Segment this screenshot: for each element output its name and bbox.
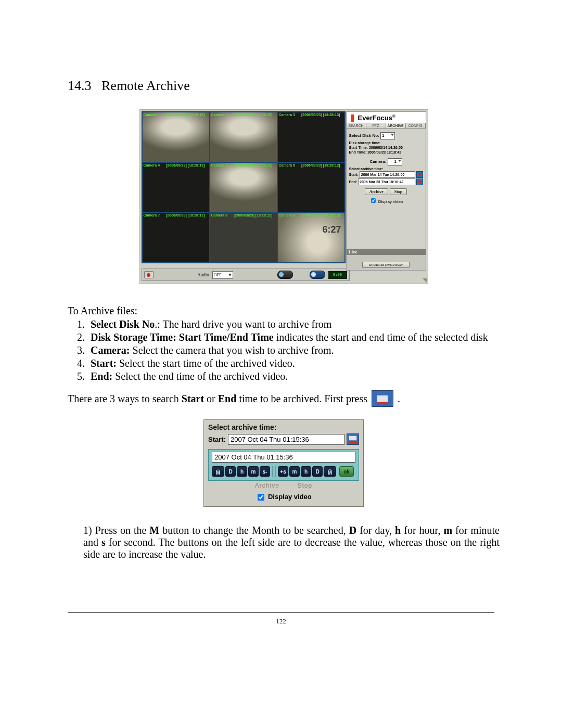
para-bold: D bbox=[349, 525, 356, 536]
sat-picker-icon[interactable] bbox=[347, 433, 359, 445]
para-text: for second. The buttons on the left side… bbox=[83, 537, 500, 560]
step-bold: End: bbox=[91, 371, 112, 382]
archive-start-input[interactable]: 2006 Mar 14 Tue 14:26:50 bbox=[360, 171, 415, 178]
para-bold: M bbox=[149, 525, 159, 536]
step-bold: Select Disk No bbox=[91, 318, 155, 330]
step-rest: .: The hard drive you want to archive fr… bbox=[155, 318, 331, 330]
ways-text: . bbox=[398, 393, 400, 405]
camera-select-label: Camera: bbox=[369, 159, 386, 164]
key-s-minus[interactable]: s- bbox=[260, 466, 270, 477]
camera-name: Camera 3 bbox=[279, 113, 296, 117]
camera-name: Camera 6 bbox=[279, 163, 296, 167]
para-text: button to change the Month to be searche… bbox=[159, 525, 349, 536]
brand-logo: EverFocus® bbox=[347, 112, 426, 123]
archive-start-label: Start: bbox=[349, 173, 359, 176]
sat-hidden-archive: Archive bbox=[255, 482, 279, 489]
record-button[interactable] bbox=[144, 271, 154, 278]
select-archive-time-panel: Select archive time: Start: 2007 Oct 04 … bbox=[203, 419, 364, 507]
camera-name: Camera 8 bbox=[211, 213, 228, 217]
sat-key-row: −M D h m s- +s m h D +M ok bbox=[212, 466, 355, 477]
camera-timestamp: [2006/03/23] [18:28:13] bbox=[166, 163, 205, 167]
lead-text: To Archive files: bbox=[68, 305, 500, 317]
key-s-plus[interactable]: +s bbox=[278, 466, 288, 477]
sat-dropdown: 2007 Oct 04 Thu 01:15:36 −M D h m s- +s … bbox=[208, 449, 359, 481]
para-text: for hour, bbox=[401, 525, 443, 536]
camera-tile-4[interactable]: Camera 4[2006/03/23] [18:28:13] bbox=[142, 162, 210, 213]
key-d-minus[interactable]: D bbox=[225, 466, 236, 477]
audio-select[interactable]: OFF bbox=[212, 271, 233, 279]
logo-icon bbox=[351, 114, 354, 122]
logo-text: EverFocus bbox=[358, 114, 392, 122]
step-2: Disk Storage Time: Start Time/End Time i… bbox=[87, 331, 500, 344]
section-title: 14.3 Remote Archive bbox=[68, 78, 500, 94]
step-rest: Select the camera that you wish to archi… bbox=[130, 344, 334, 356]
resize-grip-icon[interactable] bbox=[423, 278, 427, 283]
camera-tile-5[interactable]: Camera 5[2006/03/23] [18:28:12] bbox=[210, 162, 277, 213]
camera-timestamp: [2006/03/23] [18:28:13] bbox=[301, 113, 340, 117]
key-m-plus[interactable]: +M bbox=[324, 466, 336, 477]
archive-button[interactable]: Archive bbox=[365, 188, 388, 195]
display-video-checkbox[interactable] bbox=[371, 198, 376, 203]
camera-name: Camera 9 bbox=[279, 213, 296, 217]
jog-dial-left[interactable] bbox=[277, 271, 293, 279]
camera-tile-6[interactable]: Camera 6[2006/03/23] [18:28:12] bbox=[277, 162, 345, 213]
step-rest: Select the start time of the archived vi… bbox=[117, 357, 295, 369]
camera-tile-8[interactable]: Camera 8[2006/03/23] [18:28:12] bbox=[210, 212, 277, 263]
disk-start-time: Start Time: 2006/03/14 14:26:50 bbox=[349, 146, 423, 150]
key-min-plus[interactable]: m bbox=[289, 466, 300, 477]
time-picker-icon bbox=[372, 390, 393, 407]
live-status: Live bbox=[347, 249, 426, 255]
jog-dial-right[interactable] bbox=[310, 271, 325, 279]
audio-label: Audio bbox=[197, 272, 209, 277]
sat-start-input[interactable]: 2007 Oct 04 Thu 01:15:36 bbox=[228, 434, 344, 445]
archive-sidebar: EverFocus® SEARCH PTZ ARCHIVE CONFIG Sel… bbox=[346, 111, 426, 271]
step-bold: Camera: bbox=[91, 344, 130, 356]
camera-tile-7[interactable]: Camera 7[2006/03/23] [18:28:12] bbox=[142, 212, 210, 263]
archive-end-input[interactable]: 2006 Mar 23 Thu 18:10:42 bbox=[358, 178, 415, 185]
key-h-plus[interactable]: h bbox=[301, 466, 311, 477]
camera-tile-1[interactable]: Camera 1[2006/03/23] [18:28:13] bbox=[142, 112, 210, 162]
camera-tile-2[interactable]: Camera 2[2006/03/23] [18:28:13] bbox=[210, 112, 277, 162]
ways-bold: Start bbox=[182, 393, 204, 404]
ways-text: time to be archived. First press bbox=[236, 393, 367, 404]
camera-timestamp: [2006/03/23] [18:28:13] bbox=[166, 113, 205, 117]
section-number: 14.3 bbox=[68, 78, 92, 93]
explanation-paragraph: 1) Press on the M button to change the M… bbox=[83, 525, 500, 560]
player-controls: Audio OFF 0:00 bbox=[142, 269, 350, 281]
archive-start-picker-icon[interactable] bbox=[416, 171, 423, 178]
step-1: Select Disk No.: The hard drive you want… bbox=[87, 318, 500, 331]
key-d-plus[interactable]: D bbox=[312, 466, 323, 477]
step-rest: indicates the start and end time of the … bbox=[274, 331, 488, 343]
sat-title: Select archive time: bbox=[208, 423, 359, 431]
camera-timestamp: [2006/03/23] [18:28:12] bbox=[301, 213, 340, 217]
wall-clock: 6:27 bbox=[322, 224, 341, 235]
camera-select-dropdown[interactable]: 1 bbox=[388, 158, 402, 165]
select-archive-time-label: Select archive time: bbox=[349, 167, 423, 171]
select-disk-label: Select Disk No: bbox=[349, 133, 379, 138]
key-h-minus[interactable]: h bbox=[237, 466, 247, 477]
key-m-minus[interactable]: −M bbox=[212, 466, 224, 477]
tab-archive[interactable]: ARCHIVE bbox=[386, 123, 406, 128]
para-bold: m bbox=[443, 525, 452, 536]
select-disk-dropdown[interactable]: 1 bbox=[380, 132, 395, 139]
download-dvrviewer-button[interactable]: Download DVRViewer bbox=[362, 262, 410, 268]
ways-bold: End bbox=[218, 393, 237, 404]
key-min-minus[interactable]: m bbox=[248, 466, 259, 477]
camera-name: Camera 1 bbox=[144, 113, 160, 117]
tab-search[interactable]: SEARCH bbox=[347, 123, 366, 128]
archive-end-picker-icon[interactable] bbox=[416, 178, 423, 185]
stop-button[interactable]: Stop bbox=[390, 188, 407, 195]
tab-ptz[interactable]: PTZ bbox=[366, 123, 386, 128]
camera-name: Camera 2 bbox=[211, 113, 228, 117]
key-ok[interactable]: ok bbox=[339, 466, 354, 477]
ways-text: or bbox=[204, 393, 218, 404]
camera-name: Camera 5 bbox=[211, 163, 228, 167]
tab-config[interactable]: CONFIG bbox=[406, 123, 426, 128]
para-bold: h bbox=[395, 525, 401, 536]
camera-tile-9[interactable]: Camera 9[2006/03/23] [18:28:12] 6:27 bbox=[277, 212, 345, 263]
sat-display-video-checkbox[interactable] bbox=[258, 494, 264, 501]
sat-dropdown-field[interactable]: 2007 Oct 04 Thu 01:15:36 bbox=[212, 452, 355, 463]
camera-tile-3[interactable]: Camera 3[2006/03/23] [18:28:13] bbox=[277, 112, 345, 162]
sat-display-video-label: Display video bbox=[268, 493, 312, 501]
para-text: 1) Press on the bbox=[83, 525, 149, 536]
